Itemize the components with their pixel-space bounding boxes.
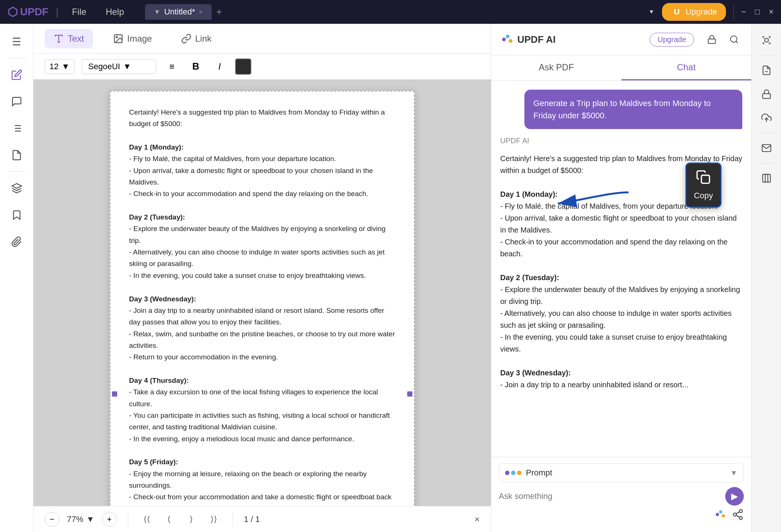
font-size-selector[interactable]: 12 ▼ [45,59,74,74]
font-size-chevron: ▼ [61,62,70,71]
tab-ask-pdf[interactable]: Ask PDF [491,55,621,80]
title-bar: ⬡ UPDF | File Help ▼ Untitled* × + ▼ U U… [0,0,781,24]
svg-point-24 [739,516,742,519]
rs-divider-1 [759,55,774,55]
window-controls: − □ × [741,7,774,17]
close-btn[interactable]: × [769,7,774,17]
right-panel-header: UPDF AI Upgrade [491,24,751,55]
font-family-selector[interactable]: SegoeUI ▼ [82,59,156,74]
nav-prev-btn[interactable]: ⟨ [162,512,177,527]
tab-close-btn[interactable]: × [199,8,203,16]
align-btn[interactable]: ≡ [164,58,180,75]
new-tab-btn[interactable]: + [216,6,222,18]
sidebar-item-list[interactable] [5,116,29,140]
toolbar-close-btn[interactable]: × [475,514,480,525]
document-page: Certainly! Here's a suggested trip plan … [110,91,415,506]
svg-point-12 [506,35,510,38]
sidebar-divider-1 [7,58,26,58]
svg-point-13 [509,39,512,43]
ask-input[interactable] [499,491,721,501]
color-picker[interactable] [235,58,251,75]
nav-next-btn[interactable]: ⟩ [184,512,199,527]
zoom-out-btn[interactable]: − [45,512,60,527]
prompt-selector[interactable]: Prompt ▼ [499,463,744,483]
zoom-chevron[interactable]: ▼ [86,515,94,524]
document-content: Certainly! Here's a suggested trip plan … [129,106,395,506]
file-menu[interactable]: File [66,5,93,19]
tab-chat[interactable]: Chat [621,55,752,80]
prompt-dots-icon [505,471,521,475]
svg-point-15 [730,36,737,42]
copy-tooltip: Copy [685,163,721,208]
sidebar-item-bookmark[interactable] [5,203,29,227]
copy-icon[interactable] [696,170,711,188]
text-format-toolbar: 12 ▼ SegoeUI ▼ ≡ B I [33,54,491,80]
upgrade-button[interactable]: U Upgrade [662,3,726,21]
sidebar-divider-2 [7,172,26,172]
copy-label: Copy [694,191,713,201]
page-indicator: 1 / 1 [244,515,260,524]
editor-toolbar: Text Image Link [33,24,491,54]
text-tool-btn[interactable]: Text [45,29,93,48]
svg-rect-27 [765,38,768,42]
dropdown-btn[interactable]: ▼ [649,9,655,15]
sidebar-item-hand[interactable]: ☰ [5,30,29,54]
svg-line-25 [736,515,739,517]
sidebar-item-edit[interactable] [5,63,29,87]
chat-area: Generate a Trip plan to Maldives from Mo… [491,81,751,457]
prompt-chevron-icon: ▼ [730,469,737,477]
minimize-btn[interactable]: − [741,7,746,17]
sidebar-item-layers[interactable] [5,176,29,200]
upload-icon[interactable] [756,108,777,128]
bold-btn[interactable]: B [187,58,204,75]
prompt-label: Prompt [526,468,552,478]
share-icon[interactable] [732,509,744,523]
italic-btn[interactable]: I [211,58,228,75]
svg-point-21 [721,514,725,517]
svg-point-19 [716,513,719,516]
text-tool-label: Text [68,33,84,44]
svg-rect-29 [762,94,770,99]
convert-icon[interactable] [756,60,777,81]
sidebar-item-attach[interactable] [5,230,29,254]
left-sidebar: ☰ [0,24,33,532]
search-icon[interactable] [726,31,742,48]
right-panel: UPDF AI Upgrade Ask [491,24,751,532]
ocr-icon[interactable] [756,30,777,51]
document-area[interactable]: Certainly! Here's a suggested trip plan … [33,80,491,506]
current-tab[interactable]: ▼ Untitled* × [145,4,212,20]
sidebar-item-comment[interactable] [5,90,29,113]
zoom-in-btn[interactable]: + [102,512,117,527]
ai-label: UPDF AI [500,137,742,145]
svg-point-11 [502,38,506,41]
title-bar-right: ▼ U Upgrade − □ × [649,3,774,21]
help-menu[interactable]: Help [100,5,130,19]
image-tool-btn[interactable]: Image [104,29,161,48]
rs-divider-2 [759,133,774,133]
panel-tabs: Ask PDF Chat [491,55,751,81]
chat-input-area: Prompt ▼ ▶ [491,457,751,532]
sidebar-item-page[interactable] [5,143,29,167]
ai-chat-icon[interactable] [714,509,726,523]
email-icon[interactable] [756,138,777,158]
send-btn[interactable]: ▶ [725,487,744,506]
lock-icon[interactable] [704,31,720,48]
main-content: ☰ [0,24,781,532]
bottom-bar: − 77% ▼ + ⟨⟨ ⟨ ⟩ ⟩⟩ 1 / 1 × [33,506,491,532]
nav-last-btn[interactable]: ⟩⟩ [206,512,221,527]
svg-line-16 [736,41,738,43]
nav-first-btn[interactable]: ⟨⟨ [139,512,154,527]
protect-icon[interactable] [756,84,777,105]
link-tool-btn[interactable]: Link [172,29,221,48]
ask-input-row: ▶ [499,487,744,506]
panel-upgrade-btn[interactable]: Upgrade [650,33,694,47]
maximize-btn[interactable]: □ [755,7,760,17]
svg-point-10 [116,36,118,38]
link-tool-label: Link [195,33,212,44]
svg-rect-31 [762,174,770,182]
svg-point-23 [733,513,736,516]
selection-handle-right [407,391,412,397]
compress-icon[interactable] [756,168,777,189]
app-logo: ⬡ UPDF [7,5,48,19]
updf-ai-logo: UPDF AI [500,33,556,46]
